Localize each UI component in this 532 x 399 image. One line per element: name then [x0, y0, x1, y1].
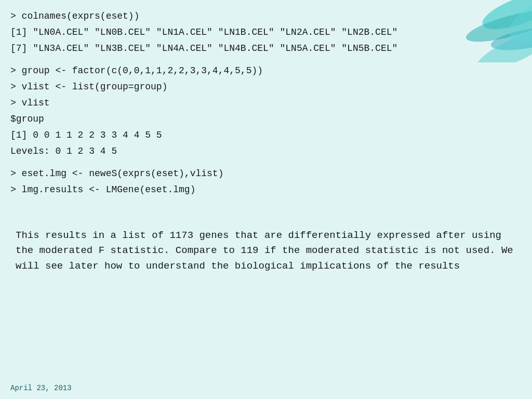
code-line-4: > group <- factor(c(0,0,1,1,2,2,3,3,4,4,… — [10, 64, 522, 78]
code-line-11: > lmg.results <- LMGene(eset.lmg) — [10, 183, 522, 197]
code-line-8: [1] 0 0 1 1 2 2 3 3 4 4 5 5 — [10, 128, 522, 142]
code-line-10: > eset.lmg <- neweS(exprs(eset),vlist) — [10, 167, 522, 181]
code-line-7: $group — [10, 112, 522, 126]
footer: April 23, 2013 — [10, 383, 72, 393]
code-line-2: [1] "LN0A.CEL" "LN0B.CEL" "LN1A.CEL" "LN… — [10, 25, 522, 39]
footer-date: April 23, 2013 — [10, 384, 72, 392]
code-section: > colnames(exprs(eset)) [1] "LN0A.CEL" "… — [10, 9, 522, 197]
main-content: > colnames(exprs(eset)) [1] "LN0A.CEL" "… — [0, 0, 532, 399]
code-line-3: [7] "LN3A.CEL" "LN3B.CEL" "LN4A.CEL" "LN… — [10, 42, 522, 56]
code-line-5: > vlist <- list(group=group) — [10, 80, 522, 94]
code-line-1: > colnames(exprs(eset)) — [10, 9, 522, 23]
code-line-9: Levels: 0 1 2 3 4 5 — [10, 144, 522, 158]
code-line-6: > vlist — [10, 96, 522, 110]
description-paragraph: This results in a list of 1173 genes tha… — [10, 228, 522, 274]
